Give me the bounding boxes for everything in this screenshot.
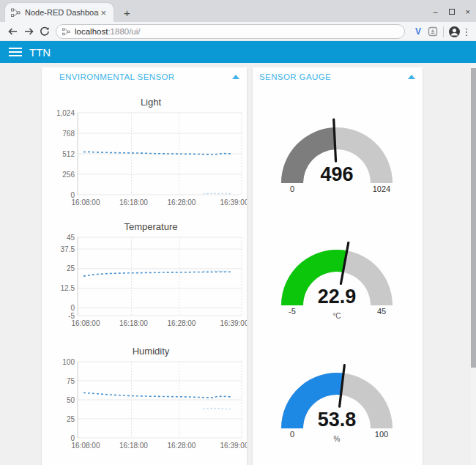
browser-tabstrip: Node-RED Dashboard × + – ×: [0, 0, 476, 22]
app-header: TTN: [0, 41, 476, 63]
svg-text:37.5: 37.5: [61, 245, 75, 253]
svg-text:768: 768: [62, 130, 75, 138]
save-page-extension-icon[interactable]: [425, 24, 440, 39]
svg-text:16:28:00: 16:28:00: [167, 442, 196, 450]
browser-menu-button[interactable]: ⋮: [461, 26, 472, 37]
gauge-humidity: 53.80100%: [253, 355, 423, 449]
address-bar[interactable]: localhost:1880/ui/: [56, 24, 405, 39]
tab-title: Node-RED Dashboard: [25, 8, 99, 17]
app-title: TTN: [29, 46, 51, 59]
svg-text:1,024: 1,024: [56, 109, 75, 117]
svg-text:25: 25: [67, 264, 75, 272]
page-scrollbar[interactable]: [471, 63, 476, 465]
svg-text:0: 0: [290, 185, 294, 193]
svg-text:22.9: 22.9: [318, 286, 357, 308]
hamburger-menu-icon[interactable]: [9, 48, 22, 56]
svg-text:45: 45: [377, 307, 386, 316]
svg-text:512: 512: [62, 150, 75, 158]
svg-text:1024: 1024: [373, 185, 390, 193]
chart-temperature: Temperature4537.52512.50-516:08:0016:18:…: [42, 217, 247, 332]
svg-text:12.5: 12.5: [61, 284, 75, 292]
svg-text:0: 0: [290, 430, 294, 439]
node-red-favicon: [11, 8, 21, 18]
browser-tab[interactable]: Node-RED Dashboard ×: [5, 3, 114, 22]
dashboard-page: ENVIRONMENTAL SENSOR Light1,024768512256…: [0, 63, 476, 465]
svg-text:16:39:00: 16:39:00: [220, 442, 247, 450]
svg-text:°C: °C: [332, 312, 341, 320]
svg-text:0: 0: [70, 304, 75, 312]
svg-text:16:39:00: 16:39:00: [220, 319, 247, 327]
browser-toolbar: localhost:1880/ui/ V ⋮: [0, 22, 476, 41]
svg-text:0: 0: [70, 191, 75, 199]
profile-avatar[interactable]: [447, 24, 461, 39]
group-environmental-sensor: ENVIRONMENTAL SENSOR Light1,024768512256…: [42, 67, 247, 465]
svg-text:Light: Light: [141, 97, 162, 108]
gauge-temperature: 22.9-545°C: [253, 232, 423, 326]
svg-text:45: 45: [67, 234, 75, 242]
back-arrow-icon: [7, 27, 18, 36]
collapse-group-icon[interactable]: [232, 75, 239, 79]
url-text: localhost:1880/ui/: [75, 27, 141, 36]
extension-v-icon[interactable]: V: [411, 24, 425, 39]
svg-text:Humidity: Humidity: [133, 346, 170, 357]
svg-text:-5: -5: [68, 312, 75, 320]
window-close-button[interactable]: ×: [466, 7, 470, 16]
svg-text:16:18:00: 16:18:00: [119, 198, 148, 207]
group-title-environmental-sensor: ENVIRONMENTAL SENSOR: [59, 72, 175, 81]
chart-humidity: Humidity100755025016:08:0016:18:0016:28:…: [42, 341, 247, 457]
person-icon: [448, 26, 461, 38]
svg-text:16:28:00: 16:28:00: [167, 319, 196, 327]
svg-text:496: 496: [320, 163, 353, 185]
svg-text:16:08:00: 16:08:00: [72, 442, 100, 450]
tab-close-button[interactable]: ×: [99, 7, 108, 18]
svg-text:16:39:00: 16:39:00: [220, 198, 247, 207]
svg-text:50: 50: [67, 396, 75, 404]
svg-text:100: 100: [62, 358, 75, 366]
back-button[interactable]: [4, 24, 21, 39]
new-tab-button[interactable]: +: [124, 7, 130, 19]
chart-light: Light1,024768512256016:08:0016:18:0016:2…: [42, 92, 247, 208]
reload-icon: [40, 26, 50, 37]
svg-text:53.8: 53.8: [318, 409, 357, 431]
node-red-favicon-small: [62, 28, 70, 36]
scrollbar-thumb[interactable]: [471, 68, 476, 368]
gauge-light: 49601024: [253, 110, 423, 204]
svg-text:0: 0: [70, 434, 75, 442]
svg-text:%: %: [334, 435, 341, 443]
url-host: localhost: [75, 27, 108, 36]
svg-text:Temperature: Temperature: [124, 221, 178, 232]
forward-button[interactable]: [21, 24, 37, 39]
group-sensor-gauge: SENSOR GAUGE 49601024 22.9-545°C 53.8010…: [253, 67, 423, 465]
toolbar-separator: [443, 26, 444, 37]
group-title-sensor-gauge: SENSOR GAUGE: [259, 72, 331, 81]
svg-text:100: 100: [375, 430, 388, 439]
svg-text:16:08:00: 16:08:00: [72, 198, 100, 207]
forward-arrow-icon: [23, 27, 34, 36]
window-minimize-button[interactable]: –: [433, 7, 437, 16]
svg-text:16:18:00: 16:18:00: [119, 319, 148, 327]
svg-text:75: 75: [67, 377, 75, 385]
collapse-group-icon[interactable]: [408, 75, 415, 79]
svg-text:25: 25: [67, 415, 75, 423]
window-maximize-button[interactable]: [449, 9, 455, 15]
url-path: :1880/ui/: [108, 27, 140, 36]
svg-text:-5: -5: [289, 307, 296, 316]
svg-text:16:28:00: 16:28:00: [167, 198, 196, 207]
svg-text:16:08:00: 16:08:00: [72, 319, 100, 327]
reload-button[interactable]: [37, 24, 53, 39]
svg-text:256: 256: [62, 171, 75, 179]
svg-text:16:18:00: 16:18:00: [119, 442, 148, 450]
